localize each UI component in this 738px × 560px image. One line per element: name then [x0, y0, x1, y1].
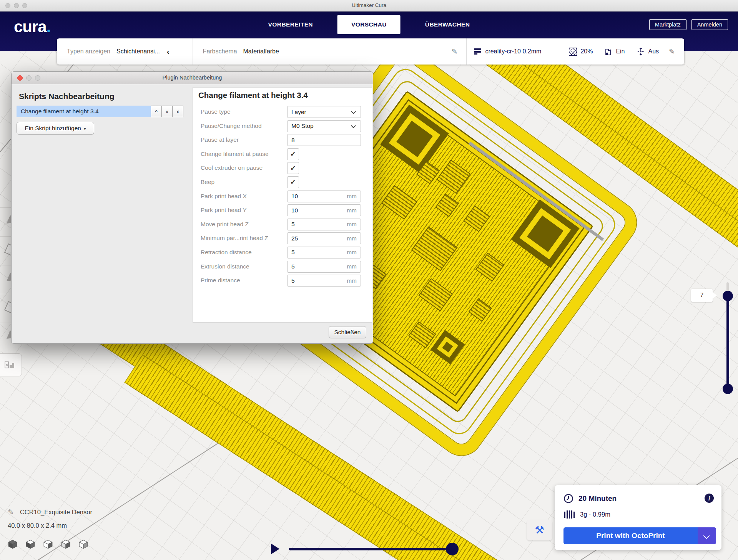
pause-at-layer-input[interactable]: 8: [287, 134, 361, 146]
script-settings-panel: Change filament at height 3.4 Pause type…: [193, 87, 372, 323]
settings-heading: Change filament at height 3.4: [198, 91, 308, 100]
chevron-down-icon: [351, 123, 356, 128]
rename-model-icon[interactable]: ✎: [8, 508, 14, 517]
view-top-icon[interactable]: [43, 539, 53, 549]
print-with-octoprint-button[interactable]: Print with OctoPrint: [563, 527, 716, 544]
qr-module: [436, 194, 458, 216]
per-model-settings-panel[interactable]: [0, 353, 22, 376]
layer-slider-top-handle[interactable]: [723, 291, 733, 301]
print-button-label[interactable]: Print with OctoPrint: [563, 527, 698, 544]
macos-titlebar: Ultimaker Cura: [0, 0, 738, 12]
view-type-label: Typen anzeigen: [67, 48, 110, 55]
park-head-y-input[interactable]: 10 mm: [287, 204, 361, 216]
settings-row: Beep ✓: [193, 176, 372, 190]
stage-tabs: VORBEREITEN VORSCHAU ÜBERWACHEN: [261, 12, 478, 38]
marketplace-button[interactable]: Marktplatz: [649, 19, 686, 30]
park-head-x-input[interactable]: 10 mm: [287, 191, 361, 202]
cura-logo: cura.: [14, 18, 50, 36]
view-type-value[interactable]: Schichtenansi...: [116, 48, 160, 55]
timeline-handle[interactable]: [446, 543, 459, 555]
tab-ueberwachen[interactable]: ÜBERWACHEN: [417, 15, 478, 34]
model-dimensions: 40.0 x 80.0 x 2.4 mm: [8, 522, 92, 529]
move-script-down-button[interactable]: v: [161, 106, 173, 117]
script-list-item-selected[interactable]: Change filament at height 3.4 ^ v x: [17, 106, 183, 117]
print-summary-panel: 20 Minuten i 3g · 0.99m Print with OctoP…: [555, 485, 721, 550]
qr-module: [420, 279, 452, 310]
tool-scale-partial[interactable]: [0, 207, 11, 236]
timeline-track[interactable]: [289, 548, 446, 550]
view-left-icon[interactable]: [61, 539, 71, 549]
tools-icon: ⚒: [535, 524, 544, 536]
layers-icon: [474, 48, 482, 55]
tool-mirror-partial[interactable]: [0, 265, 11, 294]
edit-view-icon[interactable]: ✎: [452, 47, 458, 56]
qr-module: [409, 323, 435, 348]
collapse-chevron-icon[interactable]: ‹: [167, 47, 170, 56]
signin-button[interactable]: Anmelden: [691, 19, 728, 30]
printer-name: creality-cr-10 0.2mm: [485, 48, 542, 55]
cool-extruder-checkbox[interactable]: ✓: [287, 162, 299, 174]
pause-type-select[interactable]: Layer: [287, 106, 361, 118]
infill-setting[interactable]: 20%: [569, 48, 593, 56]
beep-checkbox[interactable]: ✓: [287, 176, 299, 188]
add-script-label: Ein Skript hinzufügen: [25, 125, 81, 132]
add-script-dropdown[interactable]: Ein Skript hinzufügen ▾: [17, 122, 94, 135]
color-scheme-value[interactable]: Materialfarbe: [243, 48, 279, 55]
octoprint-tools-button[interactable]: ⚒: [527, 520, 552, 540]
settings-row: Move print head Z 5 mm: [193, 218, 372, 232]
view-3d-icon[interactable]: [8, 539, 18, 549]
qr-alignment-square: [430, 330, 465, 364]
qr-finder-square: [511, 199, 580, 268]
printer-profile[interactable]: creality-cr-10 0.2mm: [474, 48, 542, 55]
extrusion-distance-input[interactable]: 5 mm: [287, 261, 361, 273]
model-name: CCR10_Exquisite Densor: [20, 509, 92, 516]
check-icon: ✓: [290, 164, 296, 172]
adhesion-setting[interactable]: Aus: [637, 47, 659, 56]
pause-method-select[interactable]: M0 Stop: [287, 120, 361, 132]
move-script-up-button[interactable]: ^: [151, 106, 162, 117]
qr-module: [469, 299, 491, 321]
support-setting[interactable]: Ein: [604, 48, 625, 56]
left-tool-strip: [0, 207, 11, 353]
move-head-z-input[interactable]: 5 mm: [287, 219, 361, 230]
tab-vorbereiten[interactable]: VORBEREITEN: [261, 15, 321, 34]
minimum-park-z-input[interactable]: 25 mm: [287, 232, 361, 244]
retraction-distance-input[interactable]: 5 mm: [287, 247, 361, 258]
remove-script-button[interactable]: x: [172, 106, 183, 117]
prime-distance-input[interactable]: 5 mm: [287, 275, 361, 287]
print-options-chevron[interactable]: [698, 527, 716, 544]
layer-number-flag: 7: [691, 289, 713, 302]
support-icon: [604, 48, 612, 56]
print-time: 20 Minuten: [578, 494, 617, 503]
camera-view-buttons: [8, 539, 88, 549]
dialog-titlebar[interactable]: Plugin Nachbearbeitung: [12, 72, 373, 84]
qr-finder-square: [380, 104, 449, 173]
check-icon: ✓: [290, 150, 296, 158]
change-filament-checkbox[interactable]: ✓: [287, 148, 299, 160]
view-right-icon[interactable]: [78, 539, 88, 549]
qr-module: [464, 206, 489, 231]
info-icon[interactable]: i: [705, 494, 714, 503]
settings-row: Pause type Layer: [193, 105, 372, 119]
scripts-heading: Skripts Nachbearbeitung: [19, 92, 115, 101]
window-title: Ultimaker Cura: [0, 2, 738, 8]
view-front-icon[interactable]: [25, 539, 35, 549]
app-window: 7 ⚒ ✎ CCR10_Exquisite Densor 40.0 x 80.0…: [0, 0, 738, 560]
edit-print-settings-icon[interactable]: ✎: [669, 47, 675, 56]
play-button[interactable]: [271, 543, 279, 554]
dialog-title: Plugin Nachbearbeitung: [12, 75, 373, 81]
tab-vorschau[interactable]: VORSCHAU: [337, 15, 401, 34]
stairs-icon: [4, 360, 17, 370]
layer-slider-track[interactable]: [726, 296, 729, 389]
layer-slider-bottom-handle[interactable]: [723, 384, 733, 394]
settings-row: Prime distance 5 mm: [193, 274, 372, 288]
tool-blocker-partial[interactable]: [0, 323, 11, 351]
tool-rotate-partial[interactable]: [0, 236, 11, 265]
settings-row: Pause/Change method M0 Stop: [193, 119, 372, 134]
tool-persettings-partial[interactable]: [0, 294, 11, 323]
settings-row: Park print head Y 10 mm: [193, 204, 372, 218]
qr-module: [477, 254, 504, 281]
close-dialog-button[interactable]: Schließen: [329, 326, 366, 338]
settings-row: Retraction distance 5 mm: [193, 246, 372, 260]
clock-icon: [563, 494, 573, 504]
